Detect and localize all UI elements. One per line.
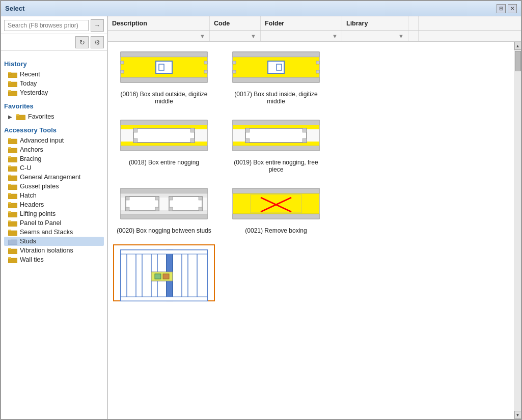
filter-folder[interactable]: ▼ (261, 31, 342, 41)
item-card-0019[interactable]: (0019) Box entire nogging, free piece (225, 115, 327, 173)
filter-description[interactable]: ▼ (108, 31, 210, 41)
svg-rect-24 (8, 202, 11, 204)
item-card-0018[interactable]: (0018) Box entire nogging (113, 115, 215, 173)
svg-rect-92 (199, 197, 202, 200)
svg-rect-38 (121, 52, 207, 57)
lifting-points-label: Lifting points (20, 210, 56, 217)
item-row: (0016) Box stud outside, digitize middle (113, 47, 509, 105)
svg-rect-29 (8, 231, 17, 236)
sidebar-item-yesterday[interactable]: Yesterday (4, 88, 104, 97)
sidebar-item-today[interactable]: Today (4, 79, 104, 88)
item-thumb-0020 (118, 183, 210, 224)
headers-label: Headers (20, 201, 44, 208)
advanced-input-label: Advanced input (20, 137, 64, 144)
folder-icon (8, 164, 17, 172)
item-row: (0020) Box nogging between studs (113, 183, 509, 234)
scroll-track[interactable] (515, 50, 521, 411)
sidebar-item-vibration-isolations[interactable]: Vibration isolations (4, 246, 104, 255)
window-title: Select (5, 5, 24, 12)
svg-rect-21 (8, 194, 17, 199)
sidebar-item-recent[interactable]: Recent (4, 70, 104, 79)
left-panel: → ↻ ⚙ History Recent (1, 16, 108, 419)
item-thumb-0019 (230, 115, 322, 156)
search-go-button[interactable]: → (91, 19, 104, 32)
svg-rect-78 (303, 138, 307, 143)
seams-and-stacks-label: Seams and Stacks (20, 229, 73, 236)
svg-rect-80 (121, 188, 207, 193)
item-row: (0018) Box entire nogging (113, 115, 509, 173)
svg-rect-13 (8, 157, 17, 162)
item-card-0016[interactable]: (0016) Box stud outside, digitize middle (113, 47, 215, 105)
sidebar-item-favorites[interactable]: ▶ Favorites (4, 112, 104, 121)
vibration-isolations-label: Vibration isolations (20, 247, 73, 254)
svg-rect-11 (8, 148, 17, 153)
svg-rect-7 (16, 115, 25, 120)
sidebar-item-anchors[interactable]: Anchors (4, 145, 104, 154)
svg-rect-107 (197, 250, 207, 301)
svg-rect-75 (245, 128, 250, 132)
item-card-0020[interactable]: (0020) Box nogging between studs (113, 183, 215, 234)
svg-rect-81 (121, 214, 207, 219)
item-card-0017[interactable]: (0017) Box stud inside, digitize middle (225, 47, 327, 105)
folder-icon (8, 256, 17, 263)
sidebar-item-gusset-plates[interactable]: Gusset plates (4, 182, 104, 191)
refresh-button[interactable]: ↻ (75, 36, 89, 48)
item-label-0020: (0020) Box nogging between studs (117, 227, 211, 234)
folder-icon (8, 183, 17, 190)
col-scroll (408, 16, 419, 30)
col-code: Code (210, 16, 261, 30)
sidebar-item-hatch[interactable]: Hatch (4, 191, 104, 200)
item-card-0021[interactable]: (0021) Remove boxing (225, 183, 327, 234)
sidebar-item-advanced-input[interactable]: Advanced input (4, 136, 104, 145)
scroll-down-button[interactable]: ▼ (514, 411, 521, 419)
svg-rect-74 (245, 128, 307, 143)
filter-library[interactable]: ▼ (342, 31, 408, 41)
item-thumb-3002 (118, 247, 210, 288)
sidebar-item-general-arrangement[interactable]: General Arrangement (4, 173, 104, 182)
sidebar-item-seams-and-stacks[interactable]: Seams and Stacks (4, 228, 104, 237)
svg-rect-42 (159, 64, 164, 70)
svg-rect-85 (126, 197, 159, 211)
svg-rect-87 (126, 197, 129, 200)
expand-icon: ▶ (8, 114, 15, 120)
scroll-up-button[interactable]: ▲ (514, 42, 521, 50)
svg-rect-22 (8, 193, 11, 194)
svg-rect-31 (8, 240, 17, 245)
favorites-label: Favorites (28, 113, 54, 120)
item-card-3002[interactable]: (3002) Hand Rail Nog (113, 244, 215, 301)
col-folder: Folder (261, 16, 342, 30)
svg-rect-10 (8, 138, 11, 139)
svg-rect-36 (8, 257, 11, 259)
svg-rect-69 (233, 120, 319, 125)
folder-icon (16, 113, 25, 120)
sidebar-item-bracing[interactable]: Bracing (4, 154, 104, 163)
sidebar-item-headers[interactable]: Headers (4, 200, 104, 209)
sidebar-item-panel-to-panel[interactable]: Panel to Panel (4, 218, 104, 228)
filter-spacer (408, 31, 419, 41)
accessory-tools-heading: Accessory Tools (4, 126, 104, 134)
sidebar-item-wall-ties[interactable]: Wall ties (4, 255, 104, 264)
folder-icon (8, 137, 17, 144)
folder-icon (8, 155, 17, 162)
filter-icon: ▼ (332, 33, 338, 39)
sidebar-item-lifting-points[interactable]: Lifting points (4, 209, 104, 218)
settings-button[interactable]: ⚙ (91, 36, 104, 48)
sidebar-item-cu[interactable]: C-U (4, 163, 104, 173)
bracing-label: Bracing (20, 155, 41, 162)
svg-rect-106 (182, 250, 188, 301)
right-scrollbar[interactable]: ▲ ▼ (514, 42, 521, 419)
folder-icon (8, 192, 17, 199)
search-input[interactable] (4, 20, 89, 31)
svg-rect-77 (245, 138, 250, 143)
item-label-0019: (0019) Box entire nogging, free piece (228, 159, 324, 173)
folder-icon (8, 210, 17, 217)
svg-rect-34 (8, 248, 11, 249)
item-thumb-0018 (118, 115, 210, 156)
svg-rect-65 (190, 128, 195, 132)
svg-rect-64 (133, 128, 138, 132)
filter-code[interactable]: ▼ (210, 31, 261, 41)
scroll-thumb[interactable] (515, 51, 521, 71)
restore-button[interactable]: ⊟ (497, 4, 506, 13)
close-button[interactable]: ✕ (508, 4, 517, 13)
sidebar-item-studs[interactable]: Studs (4, 237, 104, 246)
